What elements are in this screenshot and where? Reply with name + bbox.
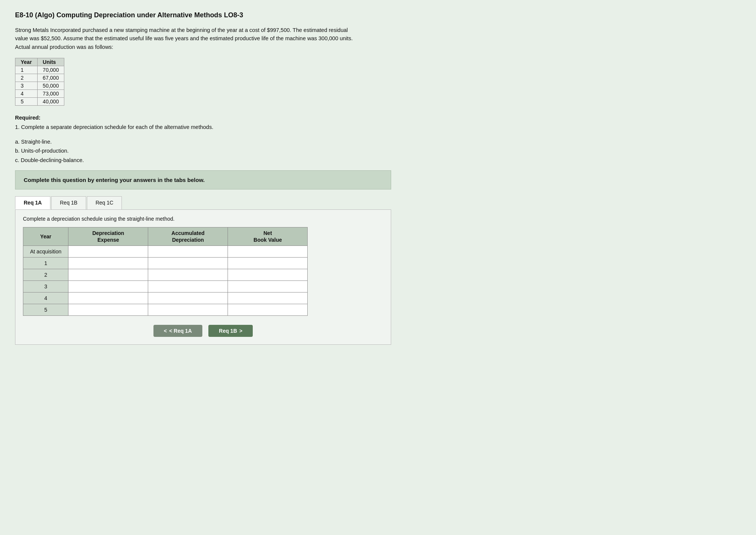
prod-row-units: 73,000 xyxy=(37,90,64,98)
prod-row-year: 2 xyxy=(15,74,38,82)
tab-description: Complete a depreciation schedule using t… xyxy=(23,216,383,222)
dep-input-cell[interactable] xyxy=(75,307,141,313)
dep-input-cell[interactable] xyxy=(235,283,301,289)
dep-empty-cell xyxy=(228,246,308,257)
col-header-year: Year xyxy=(23,227,68,246)
prod-row-year: 5 xyxy=(15,98,38,106)
tab-req1b[interactable]: Req 1B xyxy=(51,196,86,209)
bottom-nav: < < Req 1A Req 1B > xyxy=(23,325,383,337)
problem-description: Strong Metals Incorporated purchased a n… xyxy=(15,26,354,51)
dep-input-cell[interactable] xyxy=(235,260,301,266)
next-button-label: Req 1B xyxy=(219,328,237,334)
prod-row-units: 70,000 xyxy=(37,66,64,74)
method-b: b. Units-of-production. xyxy=(15,146,741,156)
dep-input-cell[interactable] xyxy=(235,272,301,278)
page-title: E8-10 (Algo) Computing Depreciation unde… xyxy=(15,11,741,19)
next-arrow-icon: > xyxy=(239,328,242,334)
dep-empty-cell xyxy=(68,246,148,257)
dep-input-cell[interactable] xyxy=(155,307,221,313)
dep-input-cell[interactable] xyxy=(155,272,221,278)
prod-row-year: 1 xyxy=(15,66,38,74)
required-section: Required: 1. Complete a separate depreci… xyxy=(15,113,741,132)
dep-input-cell[interactable] xyxy=(75,260,141,266)
prev-arrow-icon: < xyxy=(164,328,167,334)
tab-content-area: Complete a depreciation schedule using t… xyxy=(15,209,391,345)
dep-input-cell[interactable] xyxy=(75,283,141,289)
tabs-row: Req 1A Req 1B Req 1C xyxy=(15,196,741,209)
dep-empty-cell xyxy=(148,246,228,257)
dep-row-year: 4 xyxy=(23,292,68,304)
dep-input-cell[interactable] xyxy=(75,295,141,301)
dep-row-year: 1 xyxy=(23,257,68,269)
next-req-button[interactable]: Req 1B > xyxy=(208,325,253,337)
prod-row-units: 40,000 xyxy=(37,98,64,106)
dep-row-year: 5 xyxy=(23,304,68,315)
dep-input-cell[interactable] xyxy=(75,272,141,278)
prev-button-label: < Req 1A xyxy=(169,328,192,334)
tab-req1c[interactable]: Req 1C xyxy=(87,196,122,209)
production-table: Year Units 170,000267,000350,000473,0005… xyxy=(15,58,64,106)
required-label: Required: xyxy=(15,115,41,121)
dep-row-year: At acquisition xyxy=(23,246,68,257)
col-header-accum-dep: AccumulatedDepreciation xyxy=(148,227,228,246)
dep-input-cell[interactable] xyxy=(235,295,301,301)
method-c: c. Double-declining-balance. xyxy=(15,156,741,165)
methods-list: a. Straight-line. b. Units-of-production… xyxy=(15,137,741,165)
prod-row-units: 50,000 xyxy=(37,82,64,90)
dep-input-cell[interactable] xyxy=(155,295,221,301)
depreciation-schedule-table: Year DepreciationExpense AccumulatedDepr… xyxy=(23,227,308,316)
prod-table-header-year: Year xyxy=(15,58,38,66)
prod-table-header-units: Units xyxy=(37,58,64,66)
dep-input-cell[interactable] xyxy=(155,283,221,289)
col-header-net-book-value: NetBook Value xyxy=(228,227,308,246)
col-header-dep-expense: DepreciationExpense xyxy=(68,227,148,246)
dep-row-year: 2 xyxy=(23,269,68,280)
dep-input-cell[interactable] xyxy=(155,260,221,266)
method-a: a. Straight-line. xyxy=(15,137,741,147)
required-item: 1. Complete a separate depreciation sche… xyxy=(15,124,213,130)
prod-row-units: 67,000 xyxy=(37,74,64,82)
instruction-box: Complete this question by entering your … xyxy=(15,170,391,189)
dep-row-year: 3 xyxy=(23,280,68,292)
tab-req1a[interactable]: Req 1A xyxy=(15,196,50,209)
dep-input-cell[interactable] xyxy=(235,307,301,313)
prod-row-year: 3 xyxy=(15,82,38,90)
prev-req-button[interactable]: < < Req 1A xyxy=(153,325,203,337)
prod-row-year: 4 xyxy=(15,90,38,98)
